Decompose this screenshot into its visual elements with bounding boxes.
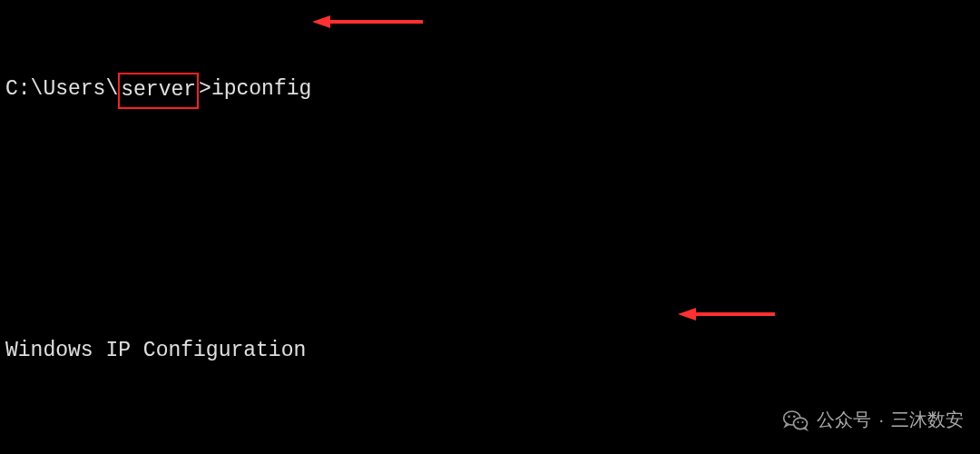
username-highlight: server	[118, 73, 199, 109]
svg-point-7	[794, 415, 797, 418]
ip-config-header: Windows IP Configuration	[5, 335, 975, 368]
blank-line	[5, 205, 975, 238]
watermark-label: 公众号	[817, 406, 871, 434]
svg-point-6	[789, 415, 791, 418]
wechat-icon	[782, 407, 809, 434]
svg-point-8	[798, 421, 799, 423]
svg-point-9	[802, 421, 804, 423]
prompt-line-1: C:\Users\server>ipconfig	[5, 72, 975, 108]
command-text: ipconfig	[211, 77, 311, 101]
path-prefix: C:\Users\	[5, 77, 118, 101]
prompt-separator: >	[199, 77, 211, 101]
watermark-separator: ·	[878, 406, 884, 434]
terminal-output[interactable]: C:\Users\server>ipconfig Windows IP Conf…	[0, 0, 980, 454]
watermark-name: 三沐数安	[891, 406, 964, 434]
watermark: 公众号 · 三沐数安	[782, 406, 964, 434]
